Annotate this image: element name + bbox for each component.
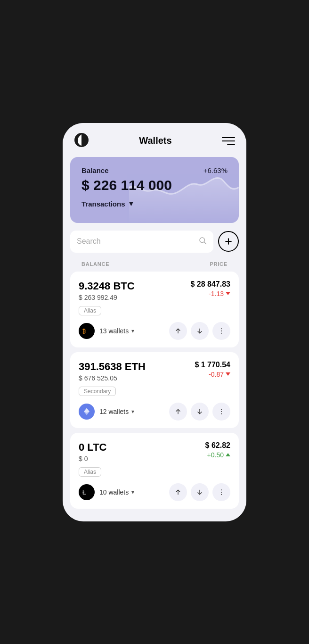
btc-wallet-count[interactable]: 13 wallets ▾ (99, 327, 134, 335)
wallet-chevron-icon: ▾ (131, 408, 134, 415)
btc-usd: $ 263 992.49 (79, 294, 135, 301)
eth-price: $ 1 770.54 (195, 361, 230, 369)
ltc-amount: 0 LTC (79, 441, 106, 454)
ltc-more-button[interactable] (212, 483, 230, 501)
add-button[interactable] (218, 231, 239, 252)
balance-percent: +6.63% (203, 166, 228, 174)
col-price-header: PRICE (210, 261, 228, 267)
svg-point-15 (221, 409, 222, 410)
btc-amount: 9.3248 BTC (79, 280, 135, 292)
ltc-receive-button[interactable] (191, 483, 209, 501)
eth-actions (169, 403, 230, 421)
btc-logo: ₿ (79, 323, 95, 339)
eth-wallet-count[interactable]: 12 wallets ▾ (99, 408, 134, 415)
balance-amount: $ 226 114 000 (81, 177, 228, 193)
page-title: Wallets (139, 135, 171, 146)
svg-line-2 (204, 242, 206, 244)
coin-card-ltc: 0 LTC $ 0 $ 62.82 +0.50 Alias (70, 433, 239, 509)
search-input[interactable] (77, 237, 194, 246)
ltc-price: $ 62.82 (205, 441, 230, 450)
up-arrow-icon (226, 453, 230, 456)
btc-more-button[interactable] (212, 322, 230, 340)
ltc-wallet-count[interactable]: 10 wallets ▾ (99, 488, 134, 496)
search-container (70, 231, 239, 253)
btc-wallets[interactable]: ₿ 13 wallets ▾ (79, 323, 134, 339)
wallet-chevron-icon: ▾ (131, 489, 134, 495)
svg-point-22 (221, 492, 222, 493)
svg-point-23 (221, 494, 222, 495)
btc-receive-button[interactable] (191, 322, 209, 340)
ltc-actions (169, 483, 230, 501)
svg-text:₿: ₿ (82, 328, 86, 334)
col-balance-header: BALANCE (81, 261, 109, 267)
menu-button[interactable] (222, 134, 235, 148)
wallet-chevron-icon: ▾ (131, 328, 134, 334)
balance-label: Balance (81, 166, 109, 174)
eth-logo (79, 404, 95, 420)
svg-point-8 (221, 328, 222, 329)
eth-usd: $ 676 525.05 (79, 374, 146, 382)
transactions-button[interactable]: Transactions ▼ (81, 200, 228, 208)
ltc-alias: Alias (79, 467, 101, 477)
svg-point-9 (221, 330, 222, 331)
coin-card-btc: 9.3248 BTC $ 263 992.49 $ 28 847.83 -1.1… (70, 272, 239, 347)
ltc-change: +0.50 (205, 451, 230, 459)
header: Wallets (63, 123, 246, 157)
eth-receive-button[interactable] (191, 403, 209, 421)
coin-list: 9.3248 BTC $ 263 992.49 $ 28 847.83 -1.1… (63, 272, 246, 520)
svg-point-16 (221, 411, 222, 412)
eth-amount: 391.5638 ETH (79, 361, 146, 373)
btc-actions (169, 322, 230, 340)
ltc-send-button[interactable] (169, 483, 187, 501)
down-arrow-icon (226, 372, 230, 376)
svg-point-17 (221, 413, 222, 414)
search-field[interactable] (70, 231, 213, 253)
logo-icon (74, 132, 89, 149)
btc-price: $ 28 847.83 (190, 280, 230, 289)
table-headers: BALANCE PRICE (70, 255, 239, 272)
svg-point-10 (221, 332, 222, 333)
btc-alias: Alias (79, 306, 101, 315)
eth-alias: Secondary (79, 387, 116, 396)
svg-text:Ł: Ł (82, 489, 86, 495)
eth-more-button[interactable] (212, 403, 230, 421)
search-icon (198, 236, 207, 247)
coin-card-eth: 391.5638 ETH $ 676 525.05 $ 1 770.54 -0.… (70, 352, 239, 428)
ltc-logo: Ł (79, 484, 95, 500)
ltc-usd: $ 0 (79, 455, 106, 462)
transactions-label: Transactions (81, 200, 125, 208)
chevron-down-icon: ▼ (128, 200, 135, 207)
balance-card: Balance +6.63% $ 226 114 000 Transaction… (70, 157, 239, 223)
svg-point-21 (221, 489, 222, 490)
down-arrow-icon (226, 292, 230, 295)
eth-send-button[interactable] (169, 403, 187, 421)
eth-change: -0.87 (195, 371, 230, 378)
btc-send-button[interactable] (169, 322, 187, 340)
ltc-wallets[interactable]: Ł 10 wallets ▾ (79, 484, 134, 500)
btc-change: -1.13 (190, 290, 230, 297)
eth-wallets[interactable]: 12 wallets ▾ (79, 404, 134, 420)
